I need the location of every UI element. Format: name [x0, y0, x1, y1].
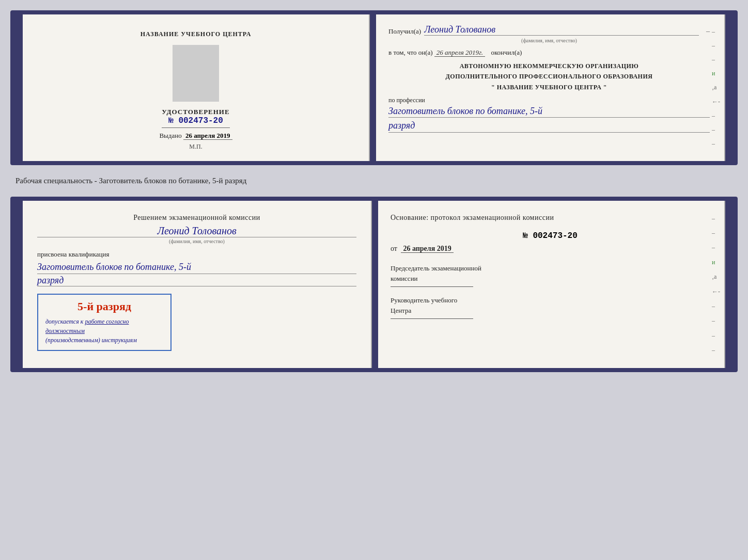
- brdash-7: –: [712, 302, 720, 310]
- right-spine: [725, 14, 734, 161]
- org-line1: АВТОНОМНУЮ НЕКОММЕРЧЕСКУЮ ОРГАНИЗАЦИЮ: [388, 61, 710, 71]
- cert-label: УДОСТОВЕРЕНИЕ: [162, 108, 229, 116]
- dash-after-name: –: [706, 27, 710, 36]
- brdash-1: –: [712, 215, 720, 222]
- vtom-suffix: окончил(а): [491, 49, 522, 56]
- ruk-line1: Руководитель учебного: [391, 295, 710, 306]
- left-spine: [14, 14, 23, 161]
- recipient-name: Леонид Толованов: [424, 25, 699, 36]
- vtom-prefix: в том, что он(а): [388, 49, 433, 56]
- brdash-2: –: [712, 229, 720, 237]
- ruk-label: Руководитель учебного Центра: [391, 295, 710, 315]
- rdash-6: ←-: [712, 98, 720, 106]
- ot-label: от: [391, 245, 397, 252]
- bottom-left-spine: [14, 201, 23, 368]
- ruk-block: Руководитель учебного Центра: [391, 295, 710, 319]
- photo-placeholder: [173, 45, 219, 102]
- ruk-line2: Центра: [391, 306, 710, 316]
- protocol-num: № 002473-20: [391, 231, 710, 241]
- resheniem-text: Решением экзаменационной комиссии: [37, 212, 356, 223]
- brdash-9: –: [712, 332, 720, 340]
- stamp-sub-prefix: допускается к: [45, 318, 83, 325]
- chairman-line1: Председатель экзаменационной: [391, 263, 710, 274]
- right-edge-dashes: – – – и ‚a ←- – – –: [712, 14, 720, 161]
- vydano-line: Выдано 26 апреля 2019: [35, 132, 356, 140]
- fio-subtitle: (фамилия, имя, отчество): [388, 38, 710, 43]
- ot-date-line: от 26 апреля 2019: [391, 245, 710, 253]
- bottom-center-spine: [372, 201, 378, 368]
- osnovanie-text: Основание: протокол экзаменационной коми…: [391, 212, 710, 223]
- training-center-label: НАЗВАНИЕ УЧЕБНОГО ЦЕНТРА: [141, 30, 252, 39]
- recipient-line: Получил(а) Леонид Толованов –: [388, 25, 710, 36]
- org-block: АВТОНОМНУЮ НЕКОММЕРЧЕСКУЮ ОРГАНИЗАЦИЮ ДО…: [388, 61, 710, 92]
- rdash-4: и: [712, 70, 720, 77]
- brdash-10: –: [712, 346, 720, 354]
- bottom-name: Леонид Толованов: [37, 225, 356, 237]
- chairman-line2: комиссии: [391, 274, 710, 284]
- rdash-2: –: [712, 42, 720, 50]
- page-wrapper: НАЗВАНИЕ УЧЕБНОГО ЦЕНТРА УДОСТОВЕРЕНИЕ №…: [10, 10, 738, 372]
- stamp-sub-text: допускается к работе согласно должностны…: [45, 317, 163, 345]
- brdash-5: ‚a: [712, 273, 720, 281]
- brdash-4: и: [712, 259, 720, 266]
- brdash-8: –: [712, 317, 720, 325]
- cert-number: № 002473-20: [162, 116, 229, 125]
- vtom-line: в том, что он(а) 26 апреля 2019г. окончи…: [388, 49, 710, 57]
- bottom-right-edge-dashes: – – – и ‚a ←- – – – –: [712, 201, 720, 368]
- rdash-1: –: [712, 28, 720, 36]
- po-professii-label: по профессии: [388, 97, 710, 104]
- profession-name: Заготовитель блоков по ботанике, 5-й: [388, 105, 710, 118]
- brdash-6: ←-: [712, 288, 720, 296]
- chairman-sig-line: [391, 286, 473, 287]
- bottom-doc-right: Основание: протокол экзаменационной коми…: [378, 201, 725, 368]
- rdash-9: –: [712, 140, 720, 148]
- stamp-sub-italic: (производственным) инструкциям: [45, 337, 137, 344]
- vydano-block: Выдано 26 апреля 2019: [35, 132, 356, 140]
- rdash-5: ‚a: [712, 84, 720, 91]
- ot-date-value: 26 апреля 2019: [401, 245, 453, 253]
- brdash-3: –: [712, 244, 720, 251]
- rdash-8: –: [712, 126, 720, 134]
- stamp-box: 5-й разряд допускается к работе согласно…: [37, 294, 172, 350]
- poluchil-label: Получил(а): [388, 27, 421, 36]
- chairman-block: Председатель экзаменационной комиссии: [391, 263, 710, 287]
- stamp-main-text: 5-й разряд: [45, 300, 163, 313]
- top-doc-right: Получил(а) Леонид Толованов – (фамилия, …: [376, 14, 725, 161]
- bottom-razryad: разряд: [37, 275, 356, 286]
- bottom-doc-left: Решением экзаменационной комиссии Леонид…: [23, 201, 372, 368]
- cert-number-block: УДОСТОВЕРЕНИЕ № 002473-20: [162, 108, 229, 130]
- chairman-label: Председатель экзаменационной комиссии: [391, 263, 710, 283]
- prisvoena-text: присвоена квалификация: [37, 250, 356, 259]
- org-line2: ДОПОЛНИТЕЛЬНОГО ПРОФЕССИОНАЛЬНОГО ОБРАЗО…: [388, 71, 710, 82]
- rdash-3: –: [712, 56, 720, 63]
- vydano-date: 26 апреля 2019: [183, 132, 232, 140]
- center-spine: [370, 14, 376, 161]
- razryad-value: разряд: [388, 120, 710, 132]
- rdash-7: –: [712, 112, 720, 120]
- vydano-label: Выдано: [159, 132, 181, 139]
- bottom-fio-sub: (фамилия, имя, отчество): [37, 238, 356, 244]
- org-line3: " НАЗВАНИЕ УЧЕБНОГО ЦЕНТРА ": [388, 82, 710, 92]
- bottom-profession: Заготовитель блоков по ботанике, 5-й: [37, 261, 356, 274]
- specialty-label: Рабочая специальность - Заготовитель бло…: [10, 173, 738, 188]
- bottom-right-spine: [725, 201, 734, 368]
- vtom-date: 26 апреля 2019г.: [434, 49, 485, 57]
- bottom-document: Решением экзаменационной комиссии Леонид…: [10, 197, 738, 372]
- top-document: НАЗВАНИЕ УЧЕБНОГО ЦЕНТРА УДОСТОВЕРЕНИЕ №…: [10, 10, 738, 165]
- top-doc-left: НАЗВАНИЕ УЧЕБНОГО ЦЕНТРА УДОСТОВЕРЕНИЕ №…: [23, 14, 370, 161]
- mp-label: М.П.: [189, 143, 202, 151]
- ruk-sig-line: [391, 318, 473, 319]
